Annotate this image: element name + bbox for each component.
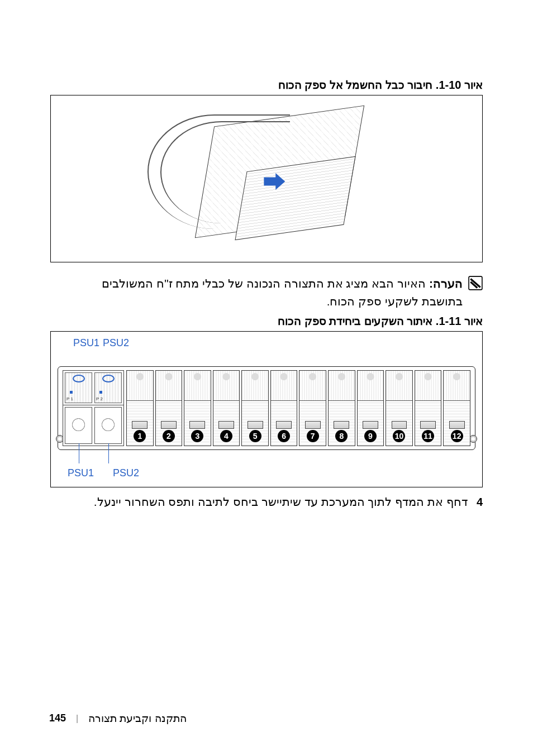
slot-number: 4 — [220, 430, 232, 442]
psu2-module: P 2 — [94, 372, 122, 403]
slot: 12 — [443, 370, 470, 446]
slot: 5 — [241, 370, 269, 446]
psu2-socket — [94, 407, 122, 444]
figure-2-box: PSU1 PSU2 P 1 P 2 — [50, 331, 483, 487]
psu2-led-icon — [99, 391, 102, 394]
slot-number: 6 — [278, 430, 290, 442]
figure-1-title: איור 1-10. חיבור כבל החשמל אל ספק הכוח — [50, 78, 483, 92]
slot: 10 — [386, 370, 413, 446]
note-body: האיור הבא מציג את התצורה הנכונה של כבלי … — [102, 277, 463, 308]
chassis-rear-view: P 1 P 2 1 — [58, 366, 475, 450]
power-cable-outline-2 — [160, 121, 290, 223]
psu1-led-icon — [70, 391, 73, 394]
note-block: הערה: האיור הבא מציג את התצורה הנכונה של… — [50, 275, 483, 310]
psu2-inner-label: P 2 — [96, 396, 103, 401]
page-footer: התקנה וקביעת תצורה | 145 — [49, 712, 484, 725]
psu1-socket — [65, 407, 92, 444]
slot-number: 1 — [134, 430, 146, 442]
top-label-psu1: PSU1 — [73, 337, 99, 349]
step-number: 4 — [477, 496, 483, 509]
top-label-psu2: PSU2 — [103, 337, 129, 349]
figure-1-box — [50, 95, 483, 262]
bottom-label-psu1: PSU1 — [68, 467, 94, 479]
slot: 1 — [126, 370, 154, 446]
bottom-label-psu2: PSU2 — [113, 467, 139, 479]
psu1-leader-line — [79, 443, 79, 463]
slot: 4 — [213, 370, 240, 446]
slot-number: 11 — [422, 430, 434, 442]
slot: 9 — [357, 370, 384, 446]
slot: 2 — [155, 370, 183, 446]
slot: 6 — [270, 370, 298, 446]
slot-number: 9 — [364, 430, 377, 442]
slot: 8 — [328, 370, 355, 446]
note-icon — [468, 276, 483, 290]
thumbscrew-right-icon — [469, 435, 477, 443]
slot-number: 10 — [393, 430, 405, 442]
slot: 7 — [299, 370, 326, 446]
slot-number: 2 — [163, 430, 175, 442]
figure-2-title: איור 1-11. איתור השקעים ביחידת ספק הכוח — [50, 314, 483, 328]
psu-block: P 1 P 2 — [63, 370, 124, 446]
note-text: הערה: האיור הבא מציג את התצורה הנכונה של… — [78, 275, 463, 310]
psu1-inner-label: P 1 — [66, 396, 73, 401]
psu2-handle-icon — [102, 375, 115, 382]
figure-1-illustration — [137, 109, 396, 248]
footer-section-title: התקנה וקביעת תצורה — [88, 712, 187, 725]
note-label: הערה: — [429, 277, 463, 290]
psu2-leader-line — [108, 443, 109, 463]
top-psu-labels: PSU1 PSU2 — [58, 337, 475, 349]
psu1-handle-icon — [73, 375, 85, 382]
slot: 11 — [415, 370, 442, 446]
slot-number: 8 — [335, 430, 348, 442]
psu1-module: P 1 — [65, 372, 92, 403]
slot-bay: 1 2 3 4 5 6 7 8 9 10 11 12 — [126, 370, 470, 446]
slot-number: 12 — [451, 430, 463, 442]
step-text: דחף את המדף לתוך המערכת עד שיתיישר ביחס … — [94, 495, 468, 509]
slot-number: 7 — [307, 430, 319, 442]
slot-number: 3 — [191, 430, 203, 442]
footer-separator: | — [76, 714, 78, 724]
slot: 3 — [184, 370, 211, 446]
footer-page-number: 145 — [49, 712, 66, 724]
bottom-psu-labels: PSU1 PSU2 — [58, 467, 475, 479]
slot-number: 5 — [249, 430, 261, 442]
step-4: 4 דחף את המדף לתוך המערכת עד שיתיישר ביח… — [50, 495, 483, 509]
